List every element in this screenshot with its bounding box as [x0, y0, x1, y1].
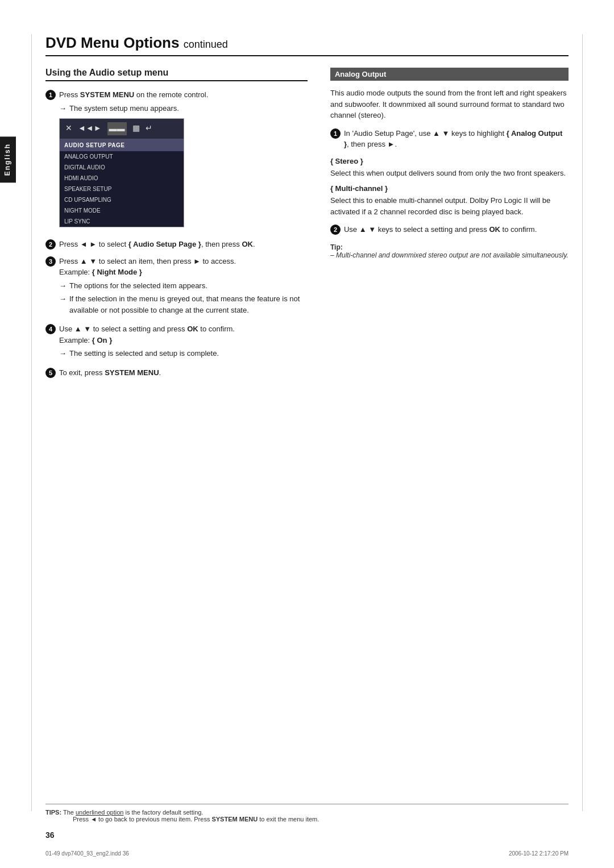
menu-item-cd: CD UPSAMPLING [60, 194, 184, 205]
arrow-icon: → [59, 103, 67, 114]
step-3-arrow2: → If the selection in the menu is greyed… [59, 293, 308, 315]
step-1-number: 1 [45, 90, 56, 100]
step-4: 4 Use ▲ ▼ to select a setting and press … [45, 323, 308, 362]
language-tab: English [0, 136, 16, 182]
right-step-2-content: Use ▲ ▼ keys to select a setting and pre… [344, 224, 569, 235]
menu-header-text: AUDIO SETUP PAGE [64, 142, 125, 148]
step-2-content: Press ◄ ► to select { Audio Setup Page }… [59, 239, 308, 250]
step-5-bold: SYSTEM MENU [105, 368, 159, 377]
menu-item-hdmi: HDMI AUDIO [60, 173, 184, 184]
page-title: DVD Menu Options continued [45, 34, 569, 56]
step-1-content: Press SYSTEM MENU on the remote control.… [59, 89, 308, 233]
step-2-bold2: OK [242, 240, 253, 248]
menu-item-night: NIGHT MODE [60, 205, 184, 216]
multichannel-label: { Multi-channel } [330, 184, 569, 193]
tips-label: TIPS: [45, 809, 61, 816]
step-4-arrow: → The setting is selected and setup is c… [59, 348, 308, 359]
right-step-2: 2 Use ▲ ▼ keys to select a setting and p… [330, 224, 569, 235]
stereo-text: Select this when output delivers sound f… [330, 168, 569, 179]
tips-system-menu: SYSTEM MENU [211, 816, 258, 823]
right-step-2-bold: OK [489, 225, 500, 234]
multichannel-section: { Multi-channel } Select this to enable … [330, 184, 569, 217]
tips-line1: The underlined option is the factory def… [63, 809, 203, 816]
step-5: 5 To exit, press SYSTEM MENU. [45, 367, 308, 379]
tip-text: – Multi-channel and downmixed stereo out… [330, 251, 569, 259]
tips-line2: Press ◄ to go back to previous menu item… [73, 816, 319, 823]
tip-label: Tip: [330, 243, 343, 251]
step-1-bold: SYSTEM MENU [80, 90, 134, 99]
right-heading-text: Analog Output [335, 70, 386, 78]
page-container: English DVD Menu Options continued Using… [0, 0, 614, 868]
menu-header: AUDIO SETUP PAGE [60, 139, 184, 151]
menu-icon-grid: ▦ [132, 122, 140, 135]
left-border-line [31, 34, 32, 811]
analog-bold: { Analog Output } [344, 129, 562, 149]
right-step-2-number: 2 [330, 225, 341, 235]
menu-item-analog: ANALOG OUTPUT [60, 151, 184, 162]
page-number: 36 [45, 830, 55, 840]
left-heading-text: Using the Audio setup menu [45, 68, 168, 77]
menu-icon-x: ✕ [65, 122, 72, 135]
step-3-number: 3 [45, 256, 56, 267]
analog-output-intro: This audio mode outputs the sound from t… [330, 88, 569, 121]
right-section-heading: Analog Output [330, 68, 569, 81]
menu-item-speaker: SPEAKER SETUP [60, 184, 184, 194]
step-4-arrow-text: The setting is selected and setup is com… [69, 348, 219, 359]
step-3-example: { Night Mode } [92, 268, 142, 276]
file-left: 01-49 dvp7400_93_eng2.indd 36 [45, 850, 129, 857]
step-4-bold: OK [187, 325, 198, 333]
multichannel-text: Select this to enable multi-channel outp… [330, 195, 569, 217]
menu-icons-row: ✕ ◄◄► ▬▬ ▦ ↵ [60, 119, 184, 139]
title-text: DVD Menu Options [45, 34, 179, 51]
stereo-section: { Stereo } Select this when output deliv… [330, 157, 569, 179]
step-1: 1 Press SYSTEM MENU on the remote contro… [45, 89, 308, 233]
step-3: 3 Press ▲ ▼ to select an item, then pres… [45, 256, 308, 318]
step-2: 2 Press ◄ ► to select { Audio Setup Page… [45, 239, 308, 250]
left-section-heading: Using the Audio setup menu [45, 68, 308, 81]
step-4-example: { On } [92, 336, 112, 344]
arrow-icon-3a: → [59, 280, 67, 292]
page-number-text: 36 [45, 830, 55, 840]
file-right: 2006-10-12 2:17:20 PM [509, 850, 569, 857]
title-continued: continued [184, 39, 228, 50]
step-5-number: 5 [45, 368, 56, 378]
menu-screenshot: ✕ ◄◄► ▬▬ ▦ ↵ AUDIO SETUP PAGE ANALOG OUT… [59, 118, 184, 227]
right-step-1: 1 In 'Audio Setup Page', use ▲ ▼ keys to… [330, 128, 569, 150]
left-column: Using the Audio setup menu 1 Press SYSTE… [45, 68, 308, 384]
menu-item-digital: DIGITAL AUDIO [60, 162, 184, 173]
menu-icon-selected: ▬▬ [107, 122, 127, 135]
right-step-1-content: In 'Audio Setup Page', use ▲ ▼ keys to h… [344, 128, 569, 150]
menu-item-lip: LIP SYNC [60, 216, 184, 227]
main-content: Using the Audio setup menu 1 Press SYSTE… [45, 68, 569, 384]
step-3-arrow1-text: The options for the selected item appear… [69, 280, 208, 292]
menu-icon-audio: ◄◄► [78, 122, 102, 135]
step-3-content: Press ▲ ▼ to select an item, then press … [59, 256, 308, 318]
arrow-icon-3b: → [59, 293, 67, 305]
step-1-arrow-text: The system setup menu appears. [69, 103, 179, 114]
arrow-icon-4: → [59, 348, 67, 359]
step-5-content: To exit, press SYSTEM MENU. [59, 367, 308, 379]
language-label: English [3, 143, 11, 176]
right-border-line [582, 34, 583, 811]
step-3-arrow1: → The options for the selected item appe… [59, 280, 308, 292]
step-1-arrow: → The system setup menu appears. [59, 103, 308, 114]
step-2-number: 2 [45, 239, 56, 250]
menu-icon-return: ↵ [146, 122, 152, 135]
step-2-bold1: { Audio Setup Page } [128, 240, 201, 248]
right-step-1-number: 1 [330, 128, 341, 139]
step-4-content: Use ▲ ▼ to select a setting and press OK… [59, 323, 308, 362]
right-column: Analog Output This audio mode outputs th… [330, 68, 569, 384]
step-3-arrow2-text: If the selection in the menu is greyed o… [69, 293, 308, 315]
tips-box: TIPS: The underlined option is the facto… [45, 804, 569, 823]
tip-section: Tip: – Multi-channel and downmixed stere… [330, 243, 569, 259]
stereo-label: { Stereo } [330, 157, 569, 165]
step-4-number: 4 [45, 324, 56, 334]
file-footer: 01-49 dvp7400_93_eng2.indd 36 2006-10-12… [45, 850, 569, 857]
